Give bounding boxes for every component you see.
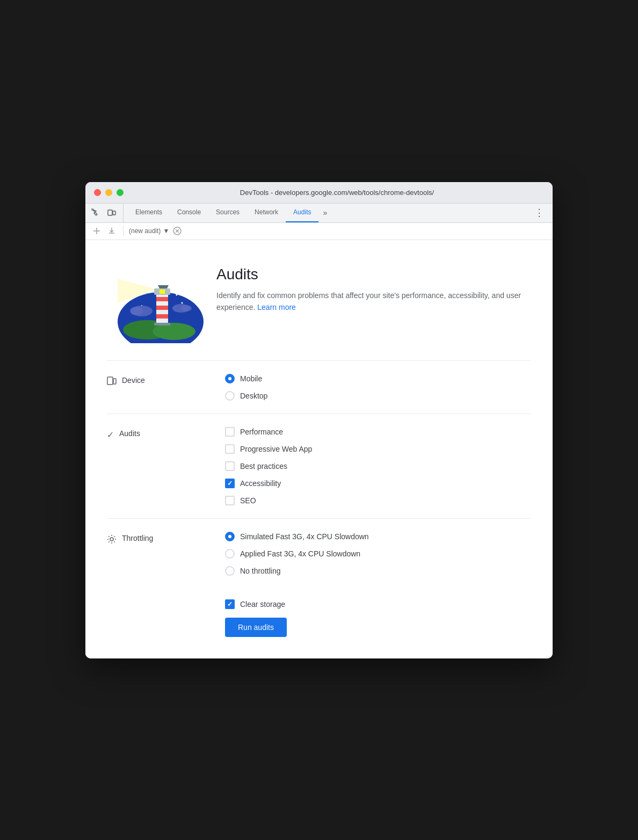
applied-radio-input[interactable] — [225, 549, 235, 559]
svg-point-22 — [181, 305, 192, 312]
gear-icon — [107, 534, 117, 546]
tab-sources[interactable]: Sources — [208, 204, 247, 222]
throttling-label: Throttling — [107, 532, 204, 576]
best-practices-checkbox-input[interactable] — [225, 461, 235, 471]
svg-rect-32 — [113, 379, 116, 384]
svg-rect-30 — [154, 323, 170, 325]
maximize-button[interactable] — [117, 189, 124, 196]
seo-checkbox-input[interactable] — [225, 496, 235, 505]
svg-point-20 — [130, 307, 143, 315]
window-title: DevTools - developers.google.com/web/too… — [130, 189, 544, 197]
toolbar-separator — [123, 226, 124, 236]
pwa-checkbox-input[interactable] — [225, 444, 235, 454]
mobile-radio-input[interactable] — [225, 374, 235, 383]
pwa-checkbox-label: Progressive Web App — [240, 445, 312, 453]
simulated-radio-input[interactable] — [225, 532, 235, 541]
applied-radio-item[interactable]: Applied Fast 3G, 4x CPU Slowdown — [225, 549, 531, 559]
secondary-toolbar: (new audit) ▼ — [85, 223, 553, 240]
mobile-radio-item[interactable]: Mobile — [225, 374, 531, 383]
accessibility-checkbox-label: Accessibility — [240, 479, 281, 488]
dropdown-arrow-icon: ▼ — [163, 227, 169, 235]
device-section: Device Mobile Desktop — [107, 360, 531, 414]
audits-header: Audits Identify and fix common problems … — [107, 257, 531, 343]
device-icon — [107, 376, 117, 389]
tab-elements[interactable]: Elements — [128, 204, 170, 222]
run-audits-section: Clear storage Run audits — [107, 589, 531, 641]
seo-checkbox-item[interactable]: SEO — [225, 496, 531, 505]
seo-checkbox-label: SEO — [240, 496, 256, 505]
clear-storage-checkbox-item[interactable]: Clear storage — [225, 599, 531, 609]
performance-checkbox-label: Performance — [240, 428, 283, 436]
simulated-radio-label: Simulated Fast 3G, 4x CPU Slowdown — [240, 532, 369, 541]
svg-rect-24 — [156, 297, 168, 301]
audits-title: Audits — [216, 266, 531, 283]
desktop-radio-input[interactable] — [225, 391, 235, 401]
device-options: Mobile Desktop — [225, 374, 531, 401]
mobile-radio-label: Mobile — [240, 374, 262, 383]
svg-point-14 — [182, 302, 183, 303]
device-label-text: Device — [122, 376, 145, 385]
no-throttling-radio-item[interactable]: No throttling — [225, 566, 531, 576]
lighthouse-logo — [107, 257, 204, 343]
audits-section: ✓ Audits Performance Progressive Web App… — [107, 414, 531, 518]
traffic-lights — [94, 189, 124, 196]
device-icon[interactable] — [106, 207, 118, 219]
audits-label: ✓ Audits — [107, 427, 204, 505]
svg-point-33 — [110, 538, 113, 541]
add-audit-button[interactable] — [91, 225, 103, 237]
tab-bar: Elements Console Sources Network Audits … — [85, 204, 553, 223]
svg-rect-26 — [156, 314, 168, 318]
main-content: Audits Identify and fix common problems … — [85, 240, 553, 658]
accessibility-checkbox-input[interactable] — [225, 479, 235, 488]
svg-point-11 — [176, 294, 178, 295]
audits-label-text: Audits — [119, 429, 140, 438]
tab-console[interactable]: Console — [170, 204, 208, 222]
more-tabs-button[interactable]: » — [318, 208, 331, 217]
throttling-options: Simulated Fast 3G, 4x CPU Slowdown Appli… — [225, 532, 531, 576]
best-practices-checkbox-item[interactable]: Best practices — [225, 461, 531, 471]
simulated-radio-item[interactable]: Simulated Fast 3G, 4x CPU Slowdown — [225, 532, 531, 541]
svg-point-12 — [184, 289, 185, 290]
throttling-section: Throttling Simulated Fast 3G, 4x CPU Slo… — [107, 518, 531, 589]
run-audits-button[interactable]: Run audits — [225, 618, 287, 637]
download-audit-button[interactable] — [106, 225, 118, 237]
svg-rect-2 — [113, 211, 115, 215]
clear-storage-checkbox-input[interactable] — [225, 599, 235, 609]
desktop-radio-label: Desktop — [240, 392, 267, 400]
best-practices-checkbox-label: Best practices — [240, 462, 287, 470]
tab-network[interactable]: Network — [247, 204, 286, 222]
tab-icons — [90, 204, 124, 222]
title-bar: DevTools - developers.google.com/web/too… — [85, 182, 553, 204]
audits-title-section: Audits Identify and fix common problems … — [216, 257, 531, 314]
stop-audit-button[interactable] — [172, 226, 182, 236]
svg-rect-0 — [91, 208, 93, 210]
audits-description: Identify and fix common problems that af… — [216, 289, 531, 314]
svg-point-15 — [171, 281, 172, 282]
checkmark-icon: ✓ — [107, 430, 114, 440]
no-throttling-radio-input[interactable] — [225, 566, 235, 576]
close-button[interactable] — [94, 189, 101, 196]
audits-options: Performance Progressive Web App Best pra… — [225, 427, 531, 505]
svg-rect-1 — [108, 210, 112, 215]
throttling-label-text: Throttling — [122, 534, 153, 542]
clear-storage-checkbox-label: Clear storage — [240, 600, 285, 609]
audit-select-dropdown[interactable]: (new audit) ▼ — [129, 227, 169, 235]
performance-checkbox-item[interactable]: Performance — [225, 427, 531, 437]
no-throttling-radio-label: No throttling — [240, 567, 280, 575]
minimize-button[interactable] — [105, 189, 112, 196]
tab-audits[interactable]: Audits — [286, 204, 318, 222]
device-label: Device — [107, 374, 204, 401]
desktop-radio-item[interactable]: Desktop — [225, 391, 531, 401]
applied-radio-label: Applied Fast 3G, 4x CPU Slowdown — [240, 549, 360, 558]
svg-rect-31 — [107, 377, 113, 385]
performance-checkbox-input[interactable] — [225, 427, 235, 437]
svg-rect-28 — [160, 289, 165, 294]
svg-marker-29 — [158, 285, 169, 288]
learn-more-link[interactable]: Learn more — [257, 303, 296, 312]
devtools-window: DevTools - developers.google.com/web/too… — [85, 182, 553, 658]
selected-audit-name: (new audit) — [129, 227, 161, 235]
inspect-icon[interactable] — [90, 207, 102, 219]
devtools-menu-button[interactable]: ⋮ — [530, 207, 548, 219]
accessibility-checkbox-item[interactable]: Accessibility — [225, 479, 531, 488]
pwa-checkbox-item[interactable]: Progressive Web App — [225, 444, 531, 454]
